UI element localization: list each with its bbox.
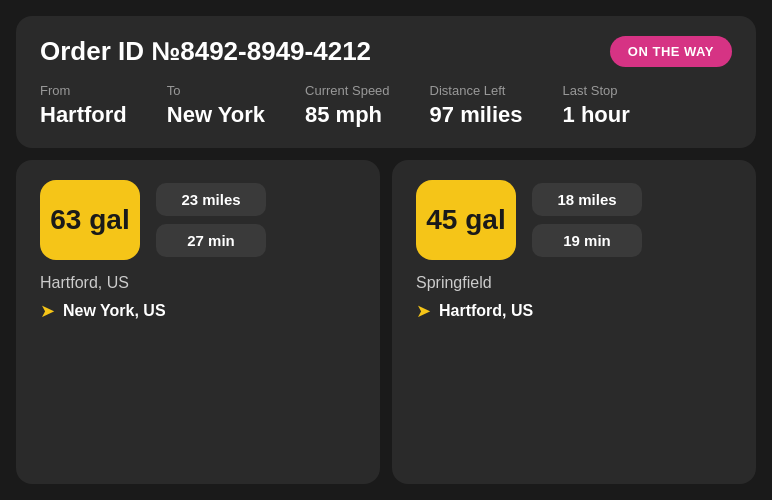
card1-bottom: Hartford, US ➤ New York, US	[40, 274, 356, 322]
to-label: To	[167, 83, 265, 98]
to-value: New York	[167, 102, 265, 128]
fuel-value-2: 45 gal	[426, 204, 505, 236]
from-location-1: Hartford, US	[40, 274, 356, 292]
min-pill-2: 19 min	[532, 224, 642, 257]
distance-value: 97 milies	[430, 102, 523, 128]
to-location-row-1: ➤ New York, US	[40, 300, 356, 322]
trip-info: From Hartford To New York Current Speed …	[40, 83, 732, 128]
bottom-row: 63 gal 23 miles 27 min Hartford, US ➤ Ne…	[16, 160, 756, 484]
delivery-card-2: 45 gal 18 miles 19 min Springfield ➤ Har…	[392, 160, 756, 484]
speed-info: Current Speed 85 mph	[305, 83, 390, 128]
distance-label: Distance Left	[430, 83, 523, 98]
stats-2: 18 miles 19 min	[532, 183, 642, 257]
card2-bottom: Springfield ➤ Hartford, US	[416, 274, 732, 322]
fuel-badge-1: 63 gal	[40, 180, 140, 260]
fuel-value-1: 63 gal	[50, 204, 129, 236]
from-label: From	[40, 83, 127, 98]
last-stop-value: 1 hour	[563, 102, 630, 128]
speed-label: Current Speed	[305, 83, 390, 98]
min-pill-1: 27 min	[156, 224, 266, 257]
fuel-badge-2: 45 gal	[416, 180, 516, 260]
card1-top: 63 gal 23 miles 27 min	[40, 180, 356, 260]
from-location-2: Springfield	[416, 274, 732, 292]
to-location-1: New York, US	[63, 302, 166, 320]
top-card: Order ID №8492-8949-4212 ON THE WAY From…	[16, 16, 756, 148]
arrow-icon-1: ➤	[40, 300, 55, 322]
card2-top: 45 gal 18 miles 19 min	[416, 180, 732, 260]
from-info: From Hartford	[40, 83, 127, 128]
stats-1: 23 miles 27 min	[156, 183, 266, 257]
last-stop-info: Last Stop 1 hour	[563, 83, 630, 128]
to-location-2: Hartford, US	[439, 302, 533, 320]
to-location-row-2: ➤ Hartford, US	[416, 300, 732, 322]
order-id: Order ID №8492-8949-4212	[40, 36, 371, 67]
last-stop-label: Last Stop	[563, 83, 630, 98]
distance-info: Distance Left 97 milies	[430, 83, 523, 128]
miles-pill-2: 18 miles	[532, 183, 642, 216]
miles-pill-1: 23 miles	[156, 183, 266, 216]
to-info: To New York	[167, 83, 265, 128]
speed-value: 85 mph	[305, 102, 390, 128]
arrow-icon-2: ➤	[416, 300, 431, 322]
status-badge: ON THE WAY	[610, 36, 732, 67]
from-value: Hartford	[40, 102, 127, 128]
card-header: Order ID №8492-8949-4212 ON THE WAY	[40, 36, 732, 67]
delivery-card-1: 63 gal 23 miles 27 min Hartford, US ➤ Ne…	[16, 160, 380, 484]
